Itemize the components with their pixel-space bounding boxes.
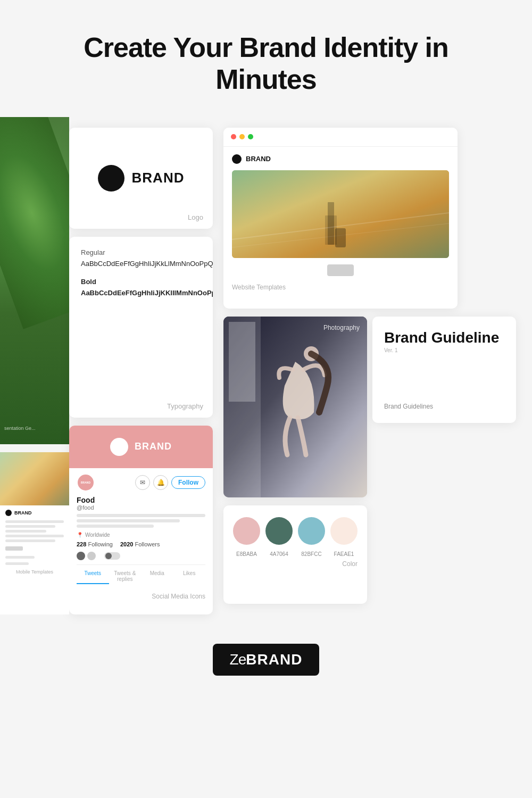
toggle-track[interactable] <box>104 552 120 560</box>
social-content-lines <box>77 514 205 528</box>
tab-replies[interactable]: Tweets & replies <box>109 568 142 584</box>
svg-rect-2 <box>325 215 337 245</box>
followers-label: Followers <box>135 541 160 547</box>
avatar-text: BRAND <box>81 481 90 484</box>
following-stat: 228 Following <box>77 541 113 547</box>
site-brand-name: BRAND <box>246 155 271 163</box>
site-content: BRAND <box>223 147 458 284</box>
card-photography: Photography <box>223 317 367 497</box>
mobile-content-lines <box>0 520 69 565</box>
main-grid: sentation Ge... BRAND Logo Regular AaBbC… <box>0 117 532 628</box>
color-swatches <box>233 517 358 545</box>
social-header-circle <box>110 438 128 456</box>
zebrand-brand: BRAND <box>246 651 302 668</box>
website-card-label: Website Templates <box>223 284 458 296</box>
guideline-version: Ver. 1 <box>384 347 504 353</box>
tab-tweets[interactable]: Tweets <box>77 568 109 584</box>
logo-inner: BRAND <box>98 165 185 192</box>
photo-image <box>223 317 367 497</box>
social-tabs: Tweets Tweets & replies Media Likes <box>77 564 205 584</box>
site-brand-dot <box>232 154 242 164</box>
notification-icon-btn[interactable]: 🔔 <box>153 475 168 490</box>
avatar: BRAND <box>77 473 95 492</box>
mobile-label: Mobile Templates <box>0 565 69 577</box>
guideline-title: Brand Guideline <box>384 329 504 346</box>
zebrand-logo: Ze BRAND <box>213 644 320 676</box>
header: Create Your Brand Identity in Minutes <box>0 0 532 117</box>
toggle-circle-dark <box>77 552 85 560</box>
social-body: BRAND ✉ 🔔 Follow Food @food 📍 Worldwide <box>69 468 213 589</box>
mobile-line-3 <box>5 530 46 533</box>
site-text-lines <box>232 269 323 271</box>
tl-red <box>231 134 236 139</box>
footer: Ze BRAND <box>0 628 532 697</box>
mobile-line-6 <box>5 556 35 559</box>
swatch-label-1: E8BABA <box>233 551 260 557</box>
svg-rect-5 <box>229 322 255 402</box>
content-line-1 <box>77 514 205 517</box>
swatch-labels: E8BABA 4A7064 82BFCC FAEAE1 <box>233 551 358 557</box>
user-handle: @food <box>77 504 205 511</box>
content-line-2 <box>77 519 180 522</box>
mobile-header-image <box>0 452 69 505</box>
mobile-line-4 <box>5 535 64 537</box>
location-text: Worldwide <box>85 532 110 538</box>
swatch-label-3: 82BFCC <box>298 551 325 557</box>
mobile-brand-row: BRAND <box>0 505 69 520</box>
mobile-line-7 <box>5 562 29 565</box>
swatch-4 <box>330 517 358 545</box>
site-button-placeholder <box>327 264 354 276</box>
presentation-label: sentation Ge... <box>4 426 36 431</box>
zebrand-ze: Ze <box>230 651 246 668</box>
swatch-3 <box>298 517 325 545</box>
message-icon-btn[interactable]: ✉ <box>135 475 150 490</box>
mobile-button <box>5 546 23 551</box>
tl-yellow <box>239 134 245 139</box>
toggle-row <box>77 552 205 560</box>
guideline-top: Brand Guideline Ver. 1 <box>384 329 504 353</box>
follow-button[interactable]: Follow <box>171 476 205 489</box>
main-title: Create Your Brand Identity in Minutes <box>43 32 489 96</box>
social-profile-row: BRAND ✉ 🔔 Follow <box>77 473 205 492</box>
content-line-3 <box>77 525 154 528</box>
user-name: Food <box>77 496 205 504</box>
type-regular-label: Regular <box>81 248 201 256</box>
social-brand-text: BRAND <box>135 441 172 452</box>
card-logo: BRAND Logo <box>69 128 213 229</box>
browser-bar <box>223 128 458 147</box>
toggle-handle <box>105 553 112 559</box>
swatch-label-2: 4A7064 <box>265 551 293 557</box>
card-guideline: Brand Guideline Ver. 1 Brand Guidelines <box>372 317 516 423</box>
logo-circle <box>98 165 124 192</box>
stats-row: 228 Following 2020 Followers <box>77 541 205 547</box>
mobile-line-1 <box>5 520 64 523</box>
card-social: BRAND BRAND ✉ 🔔 Follow Food @food <box>69 426 213 614</box>
card-website: BRAND <box>223 128 458 309</box>
location-icon: 📍 <box>77 532 83 538</box>
site-brand-row: BRAND <box>232 154 449 164</box>
logo-card-label: Logo <box>188 213 203 221</box>
swatch-1 <box>233 517 260 545</box>
card-mobile: BRAND Mobile Templates <box>0 452 69 614</box>
card-typography: Regular AaBbCcDdEeFfGgHhIiJjKkLlMmNnOoPp… <box>69 237 213 418</box>
social-header: BRAND <box>69 426 213 468</box>
tl-green <box>248 134 253 139</box>
type-bold-label: Bold <box>81 278 201 286</box>
toggle-circle-light <box>87 552 96 560</box>
logo-brand-text: BRAND <box>132 170 185 186</box>
following-label: Following <box>88 541 112 547</box>
social-actions: ✉ 🔔 Follow <box>135 475 205 490</box>
followers-stat: 2020 Followers <box>120 541 160 547</box>
photography-label: Photography <box>323 324 360 331</box>
tab-media[interactable]: Media <box>141 568 173 584</box>
plant-background: sentation Ge... <box>0 117 69 444</box>
tab-likes[interactable]: Likes <box>173 568 206 584</box>
svg-rect-0 <box>232 170 449 258</box>
social-card-label: Social Media Icons <box>69 589 213 605</box>
mobile-line-5 <box>5 539 55 542</box>
mobile-line-2 <box>5 525 55 528</box>
type-regular-chars: AaBbCcDdEeFfGgHhIiJjKkLlMmNnOoPpQqRrSsTt… <box>81 259 201 269</box>
guideline-link: Brand Guidelines <box>384 403 504 410</box>
site-text-lines-2 <box>358 269 449 271</box>
site-bottom-row <box>232 264 449 276</box>
